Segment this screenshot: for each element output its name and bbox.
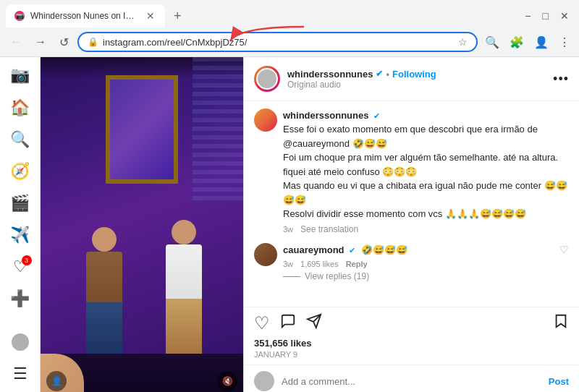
- window-controls: − □ ✕: [520, 9, 573, 23]
- notification-badge: 3: [22, 255, 32, 265]
- legs-right: [166, 299, 202, 360]
- window-blinds: [193, 57, 243, 202]
- ig-favicon-icon: 📷: [16, 12, 24, 20]
- action-bar: ♡ 351,656 likes January 9: [244, 307, 579, 365]
- view-replies-label: View replies (19): [305, 271, 369, 281]
- browser-toolbar: ← → ↺ 🔒 instagram.com/reel/CnMxbpjDz75/ …: [0, 27, 579, 56]
- following-label[interactable]: Following: [392, 69, 436, 80]
- post-audio-label: Original audio: [287, 80, 546, 90]
- caption-meta: 3w See translation: [283, 224, 569, 234]
- browser-chrome: 📷 Whindersson Nunes on Instag... ✕ + − □…: [0, 0, 579, 57]
- tab-favicon: 📷: [14, 11, 25, 21]
- cauareymond-emojis: 🤣😅😅😅: [361, 244, 407, 255]
- caption-text: Esse foi o exato momento em que descobri…: [283, 122, 569, 221]
- current-user-avatar: [254, 371, 274, 391]
- dot-separator: •: [386, 69, 389, 80]
- tab-title: Whindersson Nunes on Instag...: [30, 11, 139, 21]
- comment-button[interactable]: [280, 313, 296, 333]
- forward-button[interactable]: →: [30, 33, 51, 51]
- post-author-avatar[interactable]: [254, 66, 280, 92]
- security-icon: 🔒: [88, 37, 98, 47]
- active-tab[interactable]: 📷 Whindersson Nunes on Instag... ✕: [6, 4, 165, 27]
- bookmark-button[interactable]: [553, 313, 569, 333]
- post-panel: whinderssonnunes ✔ • Following Original …: [243, 57, 579, 392]
- person-left: [80, 227, 127, 361]
- cauareymond-meta: 3w 1,695 likes Reply: [283, 260, 569, 268]
- instagram-sidebar: 📷 🏠 🔍 🧭 🎬 ✈️ ♡ 3 ➕ ☰: [0, 57, 41, 392]
- sidebar-item-create[interactable]: ➕: [6, 284, 35, 313]
- create-icon: ➕: [10, 289, 30, 308]
- url-text: instagram.com/reel/CnMxbpjDz75/: [103, 37, 454, 48]
- comment-input-field[interactable]: [282, 376, 541, 387]
- messages-icon: ✈️: [10, 226, 30, 244]
- caption-time: 3w: [283, 225, 293, 234]
- cauareymond-body: cauareymond ✔ 🤣😅😅😅 ♡ 3w 1,695 likes Repl…: [283, 243, 569, 282]
- share-button[interactable]: [306, 313, 322, 333]
- extensions-button[interactable]: 🧩: [507, 33, 527, 52]
- maximize-button[interactable]: □: [538, 9, 553, 23]
- sidebar-item-home[interactable]: 🏠: [6, 93, 35, 122]
- sidebar-item-notifications[interactable]: ♡ 3: [6, 252, 35, 281]
- person-right: [160, 220, 207, 361]
- bookmark-star-icon: ☆: [458, 36, 468, 48]
- cauareymond-avatar[interactable]: [254, 243, 277, 266]
- action-buttons-row: ♡: [254, 313, 569, 333]
- video-controls: 👤 🔇: [46, 371, 237, 391]
- author-verified-badge: ✔: [376, 69, 383, 79]
- sidebar-item-reels[interactable]: 🎬: [6, 189, 35, 218]
- menu-button[interactable]: ⋮: [556, 33, 573, 52]
- torso-left: [86, 252, 122, 302]
- close-window-button[interactable]: ✕: [556, 9, 573, 23]
- reels-icon: 🎬: [10, 194, 30, 213]
- search-toolbar-button[interactable]: 🔍: [482, 33, 502, 52]
- main-content: 📷 🏠 🔍 🧭 🎬 ✈️ ♡ 3 ➕ ☰: [0, 57, 579, 392]
- cauareymond-time: 3w: [283, 260, 293, 268]
- head-left: [92, 227, 117, 252]
- sidebar-item-search[interactable]: 🔍: [6, 125, 35, 154]
- see-translation-link[interactable]: See translation: [300, 224, 358, 234]
- sidebar-item-menu[interactable]: ☰: [6, 359, 35, 388]
- view-replies-button[interactable]: View replies (19): [283, 271, 569, 281]
- post-header-info: whinderssonnunes ✔ • Following Original …: [287, 69, 546, 90]
- caption-comment: whinderssonnunes ✔ Esse foi o exato mome…: [254, 108, 569, 234]
- tab-close-button[interactable]: ✕: [145, 9, 156, 23]
- video-mute-button[interactable]: 🔇: [217, 371, 237, 391]
- add-comment-bar: Post: [244, 365, 579, 392]
- comment-icon: [280, 313, 296, 329]
- content-area: 👤 🔇 whinderssonnunes ✔ • Following: [41, 57, 579, 392]
- title-bar: 📷 Whindersson Nunes on Instag... ✕ + − □…: [0, 0, 579, 27]
- comment-like-button[interactable]: ♡: [559, 244, 569, 255]
- post-video: 👤 🔇: [41, 57, 243, 392]
- profile-button[interactable]: 👤: [531, 33, 551, 52]
- legs-left: [86, 302, 122, 360]
- post-header: whinderssonnunes ✔ • Following Original …: [244, 57, 579, 101]
- cauareymond-name[interactable]: cauareymond: [283, 244, 345, 255]
- new-tab-button[interactable]: +: [168, 6, 187, 27]
- cauareymond-reply-link[interactable]: Reply: [346, 260, 368, 268]
- mirror-prop: [106, 75, 178, 184]
- view-replies-line: [283, 276, 300, 277]
- refresh-button[interactable]: ↺: [55, 33, 73, 52]
- back-button[interactable]: ←: [6, 33, 26, 51]
- sidebar-item-profile[interactable]: [6, 328, 35, 357]
- caption-body: whinderssonnunes ✔ Esse foi o exato mome…: [283, 108, 569, 234]
- caption-verified-badge: ✔: [373, 111, 380, 120]
- cauareymond-verified: ✔: [349, 246, 355, 255]
- post-author-name[interactable]: whinderssonnunes: [287, 69, 373, 80]
- bookmark-icon: [553, 313, 569, 329]
- like-button[interactable]: ♡: [254, 313, 270, 333]
- video-profile-icon[interactable]: 👤: [46, 371, 67, 391]
- comments-section[interactable]: whinderssonnunes ✔ Esse foi o exato mome…: [244, 101, 579, 307]
- address-bar[interactable]: 🔒 instagram.com/reel/CnMxbpjDz75/ ☆: [77, 32, 478, 52]
- likes-count: 351,656 likes: [254, 338, 569, 349]
- post-username-row: whinderssonnunes ✔ • Following: [287, 69, 546, 80]
- caption-author-name[interactable]: whinderssonnunes: [283, 110, 368, 121]
- post-more-button[interactable]: •••: [553, 72, 569, 87]
- caption-author-avatar[interactable]: [254, 108, 277, 132]
- sidebar-item-explore[interactable]: 🧭: [6, 157, 35, 186]
- minimize-button[interactable]: −: [520, 9, 535, 23]
- video-frame[interactable]: 👤 🔇: [41, 57, 243, 392]
- instagram-logo[interactable]: 📷: [10, 66, 30, 85]
- post-comment-button[interactable]: Post: [549, 376, 569, 387]
- sidebar-item-messages[interactable]: ✈️: [6, 221, 35, 250]
